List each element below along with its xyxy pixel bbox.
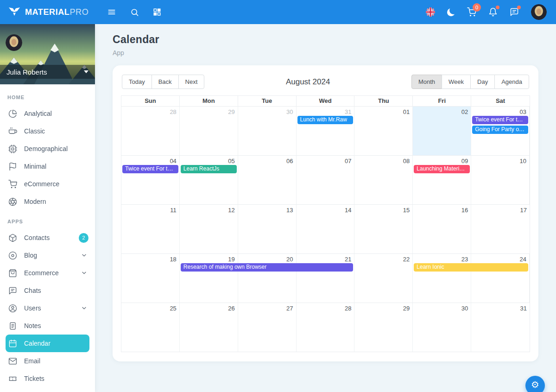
calendar-event[interactable]: Learn Ionic <box>414 263 528 272</box>
calendar-day-cell[interactable]: 20 <box>238 254 297 303</box>
calendar-day-cell[interactable]: 27 <box>238 303 297 352</box>
notifications-bell-icon[interactable] <box>488 7 498 17</box>
calendar-day-cell[interactable]: 28 <box>297 303 355 352</box>
calendar-day-cell[interactable]: 11 <box>121 205 180 253</box>
calendar-day-cell[interactable]: 08 <box>354 156 413 204</box>
cart-badge: 0 <box>473 3 481 12</box>
calendar-day-cell[interactable]: 13 <box>238 205 297 253</box>
sidebar-item-modern[interactable]: Modern <box>0 193 95 210</box>
calendar-day-cell[interactable]: 23 <box>413 254 471 303</box>
calendar-day-cell-today[interactable]: 02 <box>413 107 471 155</box>
sidebar-toggle-hamburger-icon[interactable] <box>107 7 116 17</box>
calendar-day-cell[interactable]: 22 <box>354 254 413 303</box>
sidebar-item-demographical[interactable]: Demographical <box>0 140 95 158</box>
sidebar-item-calendar[interactable]: Calendar <box>6 335 89 352</box>
day-number: 15 <box>400 205 412 215</box>
calendar-day-cell[interactable]: 31 <box>297 107 355 155</box>
calendar-day-cell[interactable]: 18 <box>121 254 180 303</box>
calendar-card: Today Back Next August 2024 Month Week D… <box>113 65 538 361</box>
calendar-day-cell[interactable]: 17 <box>471 205 530 253</box>
calendar-day-cell[interactable]: 21 <box>297 254 355 303</box>
calendar-day-cell[interactable]: 01 <box>354 107 413 155</box>
day-number: 30 <box>284 107 296 117</box>
sidebar-item-blog[interactable]: Blog <box>0 247 95 264</box>
calendar-day-cell[interactable]: 10 <box>471 156 530 204</box>
nav-section-apps: APPS <box>0 210 95 229</box>
calendar-day-cell[interactable]: 09 <box>413 156 471 204</box>
calendar-event[interactable]: Twice event For two… <box>472 116 528 124</box>
flag-icon <box>8 162 17 171</box>
today-button[interactable]: Today <box>122 75 152 89</box>
profile-name-bar[interactable]: Julia Roberts <box>0 65 95 79</box>
day-number: 07 <box>342 156 354 166</box>
language-flag-icon[interactable] <box>426 7 435 17</box>
calendar-event[interactable]: Twice event For two… <box>122 165 178 173</box>
day-number: 12 <box>225 205 237 215</box>
sidebar-item-analytical[interactable]: Analytical <box>0 105 95 122</box>
box-icon <box>8 234 17 242</box>
sidebar-item-minimal[interactable]: Minimal <box>0 158 95 175</box>
sidebar-item-ecommerce[interactable]: eCommerce <box>0 175 95 193</box>
chevron-down-icon <box>80 305 88 311</box>
sidebar-item-ecommerce-app[interactable]: Ecommerce <box>0 264 95 282</box>
cart-icon[interactable]: 0 <box>467 7 476 17</box>
calendar-day-cell[interactable]: 25 <box>121 303 180 352</box>
day-number: 29 <box>225 107 237 117</box>
back-button[interactable]: Back <box>152 75 179 89</box>
calendar-event[interactable]: Learn ReactJs <box>181 165 237 173</box>
next-button[interactable]: Next <box>178 75 205 89</box>
sidebar-item-notes[interactable]: Notes <box>0 317 95 335</box>
sidebar-item-chats[interactable]: Chats <box>0 282 95 299</box>
calendar-week-row: 28293031010203Lunch with Mr.RawTwice eve… <box>121 106 530 155</box>
calendar-day-cell[interactable]: 29 <box>354 303 413 352</box>
calendar-event[interactable]: Launching Material… <box>414 165 470 173</box>
calendar-day-cell[interactable]: 14 <box>297 205 355 253</box>
calendar-day-cell[interactable]: 04 <box>121 156 180 204</box>
view-week-button[interactable]: Week <box>442 75 471 89</box>
calendar-day-cell[interactable]: 16 <box>413 205 471 253</box>
calendar-day-cell[interactable]: 12 <box>180 205 238 253</box>
calendar-day-cell[interactable]: 06 <box>238 156 297 204</box>
shopping-bag-icon <box>8 269 17 278</box>
brand-logo[interactable]: MATERIALPRO <box>0 6 95 18</box>
calendar-day-cell[interactable]: 19 <box>180 254 238 303</box>
calendar-day-cell[interactable]: 31 <box>471 303 530 352</box>
settings-fab-button[interactable]: ⚙ <box>525 376 545 392</box>
calendar-day-cell[interactable]: 05 <box>180 156 238 204</box>
view-month-button[interactable]: Month <box>411 75 442 89</box>
sidebar-item-email[interactable]: Email <box>0 352 95 370</box>
day-number: 29 <box>400 303 412 314</box>
messages-chat-icon[interactable] <box>510 7 519 17</box>
apps-grid-icon[interactable] <box>153 8 161 16</box>
profile-caret-icon <box>84 70 88 73</box>
calendar-day-cell[interactable]: 30 <box>238 107 297 155</box>
calendar-event[interactable]: Going For Party of S… <box>472 126 528 134</box>
calendar-day-cell[interactable]: 30 <box>413 303 471 352</box>
day-number: 06 <box>284 156 296 166</box>
sidebar-item-contacts[interactable]: Contacts 2 <box>0 229 95 247</box>
search-icon[interactable] <box>130 8 139 17</box>
view-day-button[interactable]: Day <box>470 75 495 89</box>
calendar-event[interactable]: Research of making own Browser <box>181 263 354 272</box>
calendar-event[interactable]: Lunch with Mr.Raw <box>297 116 354 124</box>
calendar-day-cell[interactable]: 28 <box>121 107 180 155</box>
sidebar-item-tickets[interactable]: Tickets <box>0 370 95 387</box>
calendar-day-cell[interactable]: 15 <box>354 205 413 253</box>
sidebar-nav: HOME Analytical Classic Demographical Mi… <box>0 84 95 387</box>
note-icon <box>8 322 17 330</box>
day-number: 31 <box>518 303 530 314</box>
sidebar-item-users[interactable]: Users <box>0 299 95 317</box>
calendar-day-cell[interactable]: 26 <box>180 303 238 352</box>
dark-mode-moon-icon[interactable] <box>447 8 455 16</box>
sidebar-item-classic[interactable]: Classic <box>0 122 95 140</box>
day-number: 16 <box>459 205 471 215</box>
calendar-day-cell[interactable]: 07 <box>297 156 355 204</box>
calendar-day-cell[interactable]: 24 <box>471 254 530 303</box>
day-number: 01 <box>400 107 412 117</box>
view-agenda-button[interactable]: Agenda <box>494 75 529 89</box>
user-avatar[interactable] <box>531 4 547 20</box>
calendar-day-cell[interactable]: 29 <box>180 107 238 155</box>
profile-avatar[interactable] <box>6 34 22 51</box>
calendar-week-row: 11121314151617 <box>121 204 530 253</box>
day-number: 26 <box>225 303 237 314</box>
